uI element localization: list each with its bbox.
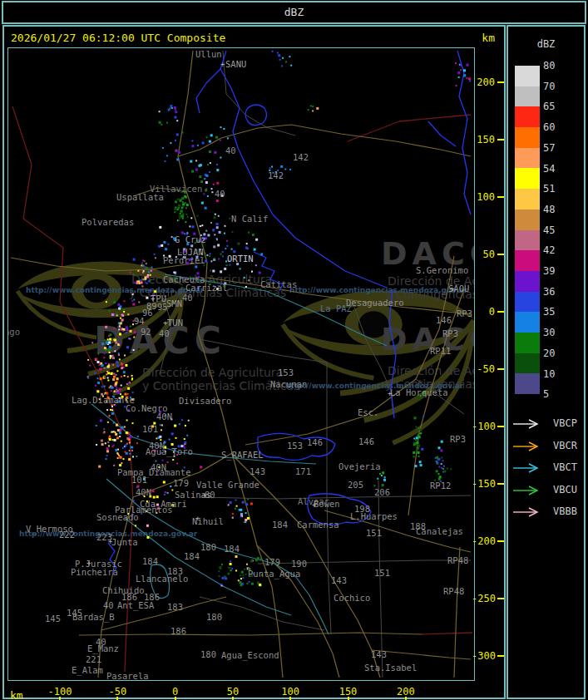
map-place-label: Perdriel (163, 255, 205, 265)
radar-map-frame: DACCDACCDACCDirección de Agriculturay Co… (7, 47, 475, 681)
colorbar-block (515, 292, 540, 313)
station-marker-icon: + (163, 318, 168, 327)
map-place-label: 184 (184, 551, 200, 561)
map-place-label: 145 (45, 614, 61, 624)
map-place-label: 179 (173, 478, 189, 488)
map-place-label: Polvaredas (82, 217, 134, 227)
map-place-label: 153 (278, 367, 294, 377)
map-place-label: 184 (142, 556, 158, 566)
y-axis-tick-label: -100 (472, 420, 495, 433)
map-place-label: 143 (250, 466, 265, 476)
map-place-label: 95 (157, 302, 168, 312)
legend-item-vbct: VBCT (513, 461, 585, 475)
station-marker-icon: + (108, 537, 113, 545)
legend-item-vbbb: VBBB (513, 505, 585, 519)
map-place-label: Catitas (260, 279, 297, 289)
legend-item-vbcu: VBCU (513, 484, 585, 497)
y-axis-tick-label: -150 (472, 477, 495, 490)
map-place-label: Sta.Isabel (364, 663, 417, 673)
map-place-label: 171 (295, 466, 311, 476)
y-axis-tick-label: 50 (472, 248, 495, 261)
legend-label: VBCR (553, 440, 577, 451)
colorbar-value-label: 54 (543, 162, 568, 175)
colorbar-value-label: 57 (543, 141, 568, 155)
map-place-label: Ant_ESA (117, 600, 155, 611)
map-place-label: E_Manz (87, 643, 119, 654)
map-place-label: 184 (272, 520, 288, 530)
y-axis-tick-label: -50 (472, 362, 495, 376)
x-axis-tick (116, 697, 118, 700)
colorbar-value-label: 45 (543, 224, 568, 237)
map-place-label: 40N (156, 412, 172, 421)
map-place-label: 205 (348, 480, 363, 490)
map-place-label: ORTIN (227, 254, 254, 264)
url-watermark: http://www.contingencias.mendoza.gov.ar (289, 286, 468, 294)
colorbar-value-label: 10 (543, 367, 568, 381)
x-axis-tick-label: 0 (157, 686, 194, 698)
map-place-label: SANU (225, 59, 246, 69)
map-place-label: 186 (170, 626, 186, 636)
map-place-label: La Horqueta (390, 387, 448, 397)
y-axis-tick (497, 311, 504, 313)
arrow-icon (513, 463, 546, 473)
map-place-label: 180 (206, 612, 222, 622)
y-axis-tick-label: 100 (472, 190, 495, 204)
map-place-label: 151 (366, 528, 382, 538)
dacc-text-watermark: Dirección de Agricultura (142, 366, 283, 379)
arrow-icon (513, 507, 546, 517)
map-place-label: TUN (167, 318, 183, 328)
y-axis-tick (497, 426, 504, 427)
legend-label: VBCP (553, 417, 577, 429)
map-place-label: Agua_Escond (221, 650, 279, 661)
y-axis-tick (497, 598, 504, 599)
colorbar-block (515, 271, 540, 292)
map-place-label: RP12 (430, 481, 451, 490)
colorbar-block (515, 168, 540, 189)
colorbar-value-label: 60 (543, 121, 568, 134)
map-place-label: 180 (200, 649, 216, 659)
y-axis-tick (497, 540, 504, 542)
map-place-label: RP3 (442, 328, 458, 338)
map-place-label: 40 (103, 600, 114, 610)
y-axis-tick-label: -200 (472, 535, 495, 548)
map-place-label: Punta_Agua (248, 569, 300, 579)
radar-map-canvas[interactable]: DACCDACCDACCDirección de Agriculturay Co… (8, 48, 474, 680)
map-place-label: SMN (166, 298, 182, 308)
map-place-label: Cochico (334, 593, 370, 603)
map-place-label: 179 (264, 557, 280, 567)
map-place-label: Bowen (314, 499, 340, 509)
map-place-label: 145 (67, 608, 82, 618)
map-place-label: Pincheira (71, 567, 118, 577)
colorbar-block (515, 250, 540, 271)
map-place-label: Pampa_Diamante (117, 467, 191, 478)
map-place-label: 101 (131, 475, 147, 485)
map-place-label: Ullun (195, 49, 222, 59)
station-marker-icon: + (86, 559, 91, 567)
colorbar-value-label: 35 (543, 305, 568, 318)
map-place-label: 151 (374, 568, 390, 578)
station-marker-icon: + (312, 500, 317, 509)
colorbar-block (515, 333, 540, 353)
map-place-label: 190 (291, 559, 307, 569)
y-axis-tick (497, 254, 504, 255)
radar-app-window: { "window": { "title": "dBZ", "timestamp… (0, 0, 588, 700)
colorbar-value-label: 36 (543, 285, 568, 298)
map-place-label: S.Geronimo (416, 265, 468, 275)
map-place-label: Carmensa (297, 520, 339, 530)
colorbar-block (515, 353, 540, 374)
x-axis-tick (175, 697, 176, 700)
map-place-label: 180 (200, 542, 216, 552)
map-place-label: S_RAFAEL (221, 450, 264, 461)
url-watermark: http://www.contingencias.mendoza.gov.ar (26, 286, 205, 294)
arrow-icon (513, 419, 546, 429)
x-axis-tick-label: -100 (42, 686, 78, 698)
map-place-label: RP3 (450, 434, 466, 444)
colorbar-block (515, 86, 540, 107)
colorbar-value-label: 39 (543, 264, 568, 278)
station-marker-icon: + (388, 389, 393, 397)
arrow-icon (513, 441, 546, 451)
y-axis-tick (497, 368, 504, 370)
map-place-label: Esc. (358, 407, 378, 417)
map-place-label: RP48 (443, 586, 464, 596)
y-axis: 200150100500-50-100-150-200-250-300 (472, 47, 506, 679)
